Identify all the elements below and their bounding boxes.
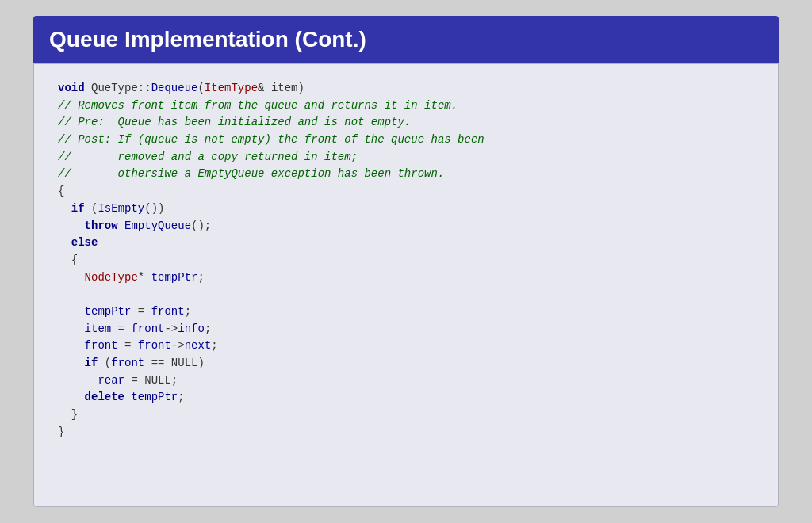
title-bar: Queue Implementation (Cont.) <box>33 16 779 63</box>
code-container: void QueType::Dequeue(ItemType& item) //… <box>33 63 779 507</box>
code-block: void QueType::Dequeue(ItemType& item) //… <box>58 80 754 441</box>
slide-container: Queue Implementation (Cont.) void QueTyp… <box>0 0 812 523</box>
slide-title: Queue Implementation (Cont.) <box>49 27 763 52</box>
